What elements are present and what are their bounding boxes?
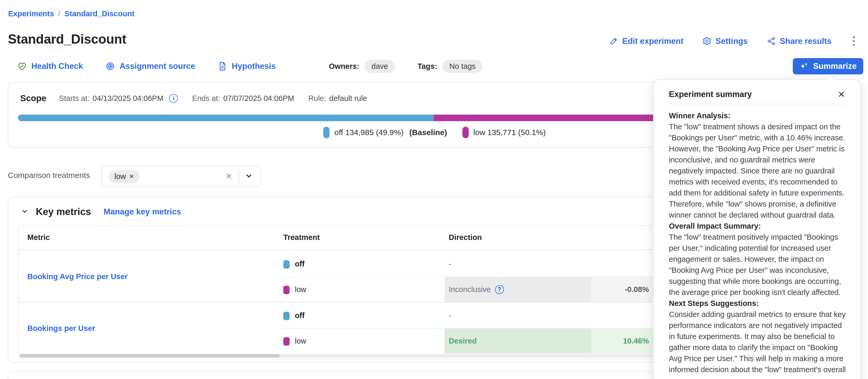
direction-cell-inconclusive: Inconclusive ? [444,277,591,302]
help-icon[interactable]: ? [495,285,504,294]
share-results-button[interactable]: Share results [767,37,831,46]
scrollbar-thumb[interactable] [20,354,280,358]
select-divider [239,170,239,183]
metric-link-bookings-per-user[interactable]: Bookings per User [27,324,95,333]
close-icon[interactable]: ✕ [835,88,848,101]
low-swatch [462,127,469,138]
legend-item-low: low 135,771 (50.1%) [462,127,546,138]
allocation-segment-off [18,114,434,121]
legend-baseline-tag: (Baseline) [409,128,447,137]
overall-impact-text: The "low" treatment positively impacted … [669,233,841,297]
info-icon[interactable]: i [169,94,178,103]
treatment-swatch-off [283,260,289,269]
sparkles-icon [799,62,809,71]
summarize-button[interactable]: Summarize [793,58,863,74]
treatment-swatch-off [283,312,289,320]
next-steps-heading: Next Steps Suggestions: [669,298,847,309]
direction-cell-desired: Desired [444,329,591,353]
treatment-label-off: off [295,260,305,268]
desired-value: 10.46% [623,337,649,345]
pencil-icon [609,37,618,46]
collapse-chevron-icon[interactable] [21,207,36,216]
legend-off-text: off 134,985 (49.9%) [334,128,403,137]
share-results-label: Share results [780,37,831,46]
direction-inconclusive-label: Inconclusive [449,285,491,294]
direction-dash: - [449,260,452,268]
settings-label: Settings [715,37,747,46]
document-icon [218,62,227,71]
breadcrumb: Experiments / Standard_Discount [8,9,134,18]
column-header-treatment: Treatment [283,233,320,242]
scope-rule: Rule: default rule [308,94,367,103]
breadcrumb-experiments-link[interactable]: Experiments [8,9,54,18]
winner-analysis-text: The "low" treatment shows a desired impa… [669,123,845,219]
starts-label: Starts at: [59,94,89,103]
summary-section-next-steps: Next Steps Suggestions:Consider adding g… [669,298,847,375]
chip-remove-icon[interactable]: × [129,172,134,180]
legend-low-text: low 135,771 (50.1%) [473,128,546,137]
scope-title: Scope [20,93,46,103]
edit-experiment-button[interactable]: Edit experiment [609,37,684,46]
overall-impact-heading: Overall Impact Summary: [669,220,847,232]
scope-starts: Starts at: 04/13/2025 04:06PM i [59,94,178,103]
summary-section-winner: Winner Analysis:The "low" treatment show… [669,110,847,220]
summarize-label: Summarize [813,62,857,71]
key-metrics-title: Key metrics [36,206,91,217]
treatment-label-off: off [295,311,305,320]
rule-value: default rule [329,94,367,103]
assignment-source-link[interactable]: Assignment source [105,62,195,71]
owner-pill[interactable]: dave [365,60,395,73]
direction-desired-label: Desired [449,337,476,345]
column-header-direction: Direction [449,233,482,242]
breadcrumb-current-link[interactable]: Standard_Discount [64,9,134,18]
chevron-down-icon[interactable] [244,171,253,181]
treatment-swatch-low [283,286,289,294]
value-cell-desired: 10.46% [591,329,654,353]
panel-title: Experiment summary [669,90,752,99]
meta-row: Health Check Assignment source Hypothesi… [18,59,483,73]
experiment-page: Experiments / Standard_Discount Standard… [0,0,868,379]
no-tags-pill[interactable]: No tags [442,60,483,73]
hypothesis-link[interactable]: Hypothesis [218,62,276,71]
health-check-link[interactable]: Health Check [18,62,83,71]
manage-key-metrics-link[interactable]: Manage key metrics [104,207,181,216]
panel-body: Winner Analysis:The "low" treatment show… [669,110,847,375]
experiment-summary-panel: Experiment summary ✕ Winner Analysis:The… [653,79,861,379]
edit-experiment-label: Edit experiment [622,37,684,46]
tags-label: Tags: [417,62,437,71]
inconclusive-value: -0.08% [625,285,649,294]
hypothesis-label: Hypothesis [232,62,276,71]
metric-link-booking-avg-price[interactable]: Booking Avg Price per User [27,272,128,281]
treatment-swatch-low [283,337,289,346]
value-cell-inconclusive: -0.08% [591,277,654,302]
more-options-button[interactable] [850,35,858,47]
treatment-label-low: low [295,285,306,294]
ends-label: Ends at: [192,94,220,103]
breadcrumb-separator: / [58,9,60,18]
share-icon [767,37,776,46]
rule-label: Rule: [308,94,326,103]
target-icon [105,62,115,71]
summary-section-overall: Overall Impact Summary:The "low" treatme… [669,220,847,298]
page-title: Standard_Discount [8,32,126,47]
treatment-multiselect[interactable]: low × ✕ [101,166,261,187]
settings-button[interactable]: Settings [702,37,747,46]
health-check-label: Health Check [31,62,83,71]
treatment-chip-low[interactable]: low × [108,170,140,183]
chip-label: low [115,172,126,181]
panel-caret [826,75,835,84]
scope-header: Scope Starts at: 04/13/2025 04:06PM i En… [20,93,367,103]
direction-dash: - [449,311,452,320]
winner-analysis-heading: Winner Analysis: [669,110,847,121]
column-header-metric: Metric [27,233,50,242]
heart-check-icon [18,62,27,71]
owners-label: Owners: [329,62,359,71]
select-clear-icon[interactable]: ✕ [222,171,235,181]
panel-header: Experiment summary ✕ [669,88,848,101]
gear-icon [702,37,712,46]
legend-item-off: off 134,985 (49.9%) (Baseline) [323,127,447,138]
starts-value: 04/13/2025 04:06PM [93,94,163,103]
header-actions: Edit experiment Settings Share results [609,35,858,47]
next-steps-text: Consider adding guardrail metrics to ens… [669,310,846,374]
treatment-label-low: low [295,337,306,345]
